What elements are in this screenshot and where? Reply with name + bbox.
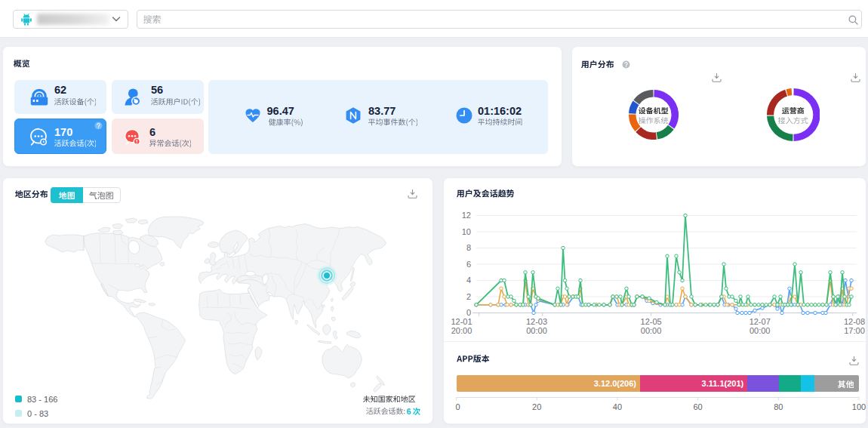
- svg-text:2: 2: [466, 292, 471, 301]
- svg-text:10: 10: [462, 227, 471, 236]
- svg-text:20:00: 20:00: [451, 326, 472, 335]
- svg-text:00:00: 00:00: [526, 326, 547, 335]
- svg-text:00:00: 00:00: [641, 326, 662, 335]
- svg-text:20: 20: [532, 402, 541, 411]
- svg-text:12-08: 12-08: [844, 317, 865, 326]
- svg-text:0: 0: [466, 308, 471, 317]
- svg-text:12-01: 12-01: [451, 317, 472, 326]
- svg-text:0: 0: [456, 402, 460, 411]
- svg-text:17:00: 17:00: [844, 326, 865, 335]
- svg-text:12-03: 12-03: [526, 317, 547, 326]
- svg-text:100: 100: [852, 402, 866, 411]
- svg-text:6: 6: [466, 260, 471, 269]
- svg-text:12-05: 12-05: [641, 317, 662, 326]
- svg-text:80: 80: [774, 402, 783, 411]
- svg-text:8: 8: [466, 243, 471, 252]
- svg-text:40: 40: [613, 402, 622, 411]
- svg-text:12-07: 12-07: [749, 317, 771, 326]
- svg-text:4: 4: [466, 276, 471, 285]
- svg-text:12: 12: [462, 211, 471, 220]
- svg-text:00:00: 00:00: [749, 326, 771, 335]
- svg-text:60: 60: [693, 402, 702, 411]
